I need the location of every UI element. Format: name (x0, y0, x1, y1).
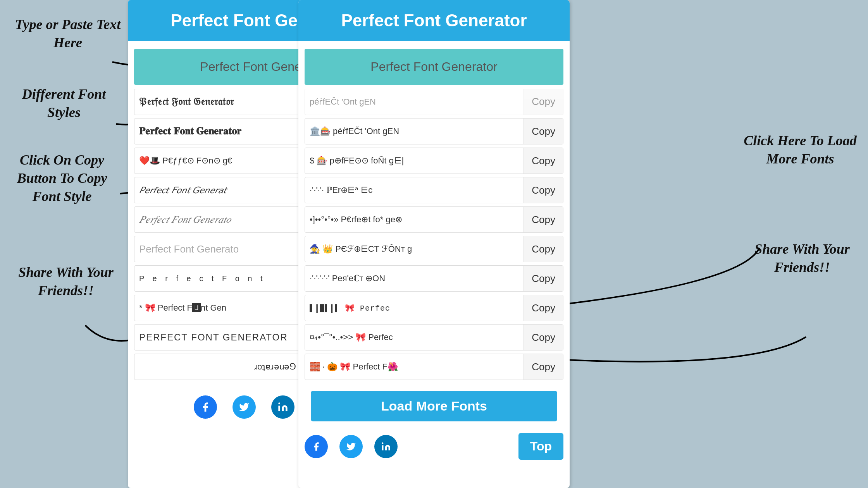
right-header: Perfect Font Generator (298, 0, 570, 41)
right-copy-button-5[interactable]: Copy (524, 236, 563, 262)
right-font-text-9: 🧱 · 🎃 🎀 Perfect F🌺 (305, 362, 524, 372)
right-copy-button-0[interactable]: Copy (524, 89, 563, 115)
annotation-share-right: Share With Your Friends!! (744, 240, 860, 277)
right-font-text-2: $ 🎰 p⊕fFE⊙⊙ foÑt ɡ⋿| (305, 156, 524, 166)
table-row: $ 🎰 p⊕fFE⊙⊙ foÑt ɡ⋿| Copy (305, 148, 563, 174)
svg-point-2 (382, 442, 383, 444)
annotation-type-paste: Type or Paste Text Here (12, 15, 124, 52)
right-copy-button-2[interactable]: Copy (524, 148, 563, 174)
load-more-button[interactable]: Load More Fonts (311, 391, 557, 421)
annotation-different-fonts: Different Font Styles (8, 85, 120, 122)
right-bottom-row: Top (298, 429, 570, 466)
right-copy-button-1[interactable]: Copy (524, 119, 563, 144)
right-copy-button-4[interactable]: Copy (524, 207, 563, 232)
table-row: 🧱 · 🎃 🎀 Perfect F🌺 Copy (305, 354, 563, 380)
svg-point-1 (278, 402, 280, 404)
right-font-text-3: ·'·'·'· ℙEr⊕⋿ᵃ ⋿c (305, 185, 524, 195)
right-facebook-icon[interactable] (305, 435, 328, 458)
right-copy-button-8[interactable]: Copy (524, 325, 563, 350)
facebook-icon[interactable] (194, 395, 217, 419)
right-font-text-7: ▌║█▌║▌ 🎀 Perfec (305, 303, 524, 313)
table-row: péṙfEČt 'Ont gEN Copy (305, 89, 563, 115)
right-font-text-8: ¤₄•°¯°•..•>> 🎀 Perfec (305, 332, 524, 342)
linkedin-icon[interactable] (271, 395, 294, 419)
right-title: Perfect Font Generator (308, 11, 560, 30)
right-font-text-6: ·'·'·'·'·' Pея'eℂт ⊕ON (305, 273, 524, 284)
right-text-input-area[interactable]: Perfect Font Generator (305, 49, 563, 85)
right-copy-button-6[interactable]: Copy (524, 266, 563, 291)
annotation-share-left: Share With Your Friends!! (12, 263, 120, 300)
right-input-text: Perfect Font Generator (370, 60, 497, 74)
right-copy-button-9[interactable]: Copy (524, 354, 563, 380)
right-font-text-4: •]••°•°•» P€rfe⊕t fo* ge⊗ (305, 215, 524, 225)
right-font-text-5: 🧙 👑 PЄℱ⊕⋿CT ℱÔNт g (305, 244, 524, 254)
table-row: ¤₄•°¯°•..•>> 🎀 Perfec Copy (305, 324, 563, 351)
top-button[interactable]: Top (518, 433, 563, 460)
table-row: ▌║█▌║▌ 🎀 Perfec Copy (305, 295, 563, 321)
annotation-click-load: Click Here To Load More Fonts (740, 132, 860, 168)
right-font-text-0: péṙfEČt 'Ont gEN (305, 97, 524, 107)
annotation-click-copy: Click On Copy Button To Copy Font Style (2, 151, 122, 205)
twitter-icon[interactable] (232, 395, 256, 419)
table-row: •]••°•°•» P€rfe⊕t fo* ge⊗ Copy (305, 206, 563, 233)
right-font-list: péṙfEČt 'Ont gEN Copy 🏛️🎰 péṙfEČt 'Ont g… (298, 89, 570, 380)
table-row: 🧙 👑 PЄℱ⊕⋿CT ℱÔNт g Copy (305, 236, 563, 262)
table-row: ·'·'·'·'·' Pея'eℂт ⊕ON Copy (305, 265, 563, 292)
table-row: 🏛️🎰 péṙfEČt 'Ont gEN Copy (305, 118, 563, 144)
right-copy-button-7[interactable]: Copy (524, 295, 563, 321)
load-more-container: Load More Fonts (298, 383, 570, 429)
right-twitter-icon[interactable] (339, 435, 363, 458)
right-phone-panel: Perfect Font Generator Perfect Font Gene… (298, 0, 570, 488)
table-row: ·'·'·'· ℙEr⊕⋿ᵃ ⋿c Copy (305, 177, 563, 203)
right-font-text-1: 🏛️🎰 péṙfEČt 'Ont gEN (305, 126, 524, 136)
right-social-row (305, 435, 398, 458)
right-linkedin-icon[interactable] (374, 435, 398, 458)
right-copy-button-3[interactable]: Copy (524, 177, 563, 203)
